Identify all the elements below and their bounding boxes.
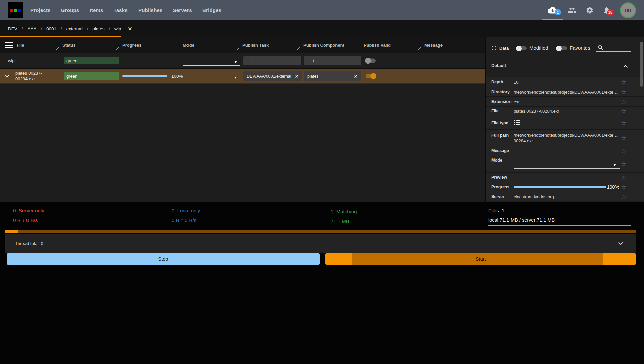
- col-header-publish-task[interactable]: Publish Task: [242, 43, 269, 48]
- app-root: Projects Groups Items Tasks Publishes Se…: [0, 0, 644, 364]
- status-chip: green: [64, 72, 119, 80]
- favorite-star-icon[interactable]: ☆: [621, 134, 627, 142]
- file-type-list-icon[interactable]: [514, 120, 520, 126]
- transfer-stats: 0: Server only 0 B↓0 B/s 0: Local only 0…: [0, 202, 644, 230]
- remove-component-icon[interactable]: ✕: [354, 73, 358, 79]
- row-file-name: plates.00237-00284.exr: [15, 70, 54, 82]
- col-header-message[interactable]: Message: [424, 43, 443, 48]
- logo-red-square: [10, 9, 13, 12]
- table-menu-icon[interactable]: [5, 42, 13, 48]
- collapse-section-icon[interactable]: [623, 63, 628, 69]
- menu-tasks[interactable]: Tasks: [114, 7, 128, 13]
- field-label: Full path: [491, 133, 509, 138]
- mode-select[interactable]: ▾: [183, 74, 240, 81]
- menu-items[interactable]: Items: [90, 7, 103, 13]
- thread-total-label: Thread total: 0: [15, 241, 43, 246]
- column-resize-handle[interactable]: [116, 46, 119, 52]
- notifications-button[interactable]: 15: [603, 0, 611, 20]
- column-resize-handle[interactable]: [357, 46, 361, 52]
- search-input[interactable]: [596, 44, 631, 52]
- field-value: exr: [514, 99, 520, 104]
- favorite-star-icon[interactable]: ☆: [621, 183, 627, 191]
- table-row-selected[interactable]: plates.00237-00284.exr green 100% ▾ DEV/…: [0, 69, 485, 84]
- user-avatar[interactable]: nn: [620, 2, 636, 18]
- favorite-star-icon[interactable]: ☆: [621, 119, 627, 127]
- breadcrumb-separator: /: [22, 26, 23, 31]
- publish-valid-toggle[interactable]: [366, 59, 376, 63]
- favorite-star-icon[interactable]: ☆: [621, 107, 627, 115]
- menu-projects[interactable]: Projects: [30, 7, 51, 13]
- field-label: Extension: [491, 99, 512, 104]
- overall-progress-bar: [5, 230, 636, 233]
- favorites-toggle[interactable]: [557, 46, 567, 50]
- mode-select[interactable]: ▾: [183, 58, 240, 66]
- column-resize-handle[interactable]: [235, 46, 239, 52]
- file-table: File Status Progress Mode Publish Task P…: [0, 37, 485, 202]
- breadcrumb-segment-dev[interactable]: DEV: [8, 26, 17, 31]
- field-value: /network/endtoendtest/projects/DEV/AAA/0…: [514, 132, 621, 144]
- menu-servers[interactable]: Servers: [173, 7, 192, 13]
- modified-toggle[interactable]: [517, 46, 527, 50]
- menu-bridges[interactable]: Bridges: [202, 7, 221, 13]
- chevron-down-icon: ▾: [235, 75, 237, 80]
- start-button[interactable]: Start: [325, 253, 636, 265]
- favorite-star-icon[interactable]: ☆: [621, 78, 627, 86]
- expand-accordion-icon[interactable]: [618, 240, 623, 246]
- favorite-star-icon[interactable]: ☆: [621, 88, 627, 96]
- status-chip: green: [64, 57, 119, 64]
- favorite-star-icon[interactable]: ☆: [621, 98, 627, 105]
- field-row-directory: Directory /network/endtoendtest/projects…: [486, 87, 644, 96]
- thread-total-accordion[interactable]: Thread total: 0: [5, 234, 636, 253]
- app-logo[interactable]: [8, 2, 23, 18]
- breadcrumb-segment-external[interactable]: external: [66, 26, 83, 31]
- menu-publishes[interactable]: Publishes: [138, 7, 163, 13]
- downloads-button[interactable]: 1: [547, 0, 558, 20]
- users-button[interactable]: [567, 0, 577, 20]
- stat-detail: local:71.1 MB / server:71.1 MB: [488, 215, 555, 225]
- row-expander-icon[interactable]: [5, 73, 9, 79]
- stop-button[interactable]: Stop: [7, 253, 320, 265]
- column-resize-handle[interactable]: [56, 46, 59, 52]
- stat-server-only: 0: Server only 0 B↓0 B/s: [13, 206, 44, 225]
- data-tab[interactable]: Data: [491, 45, 509, 51]
- info-icon: [491, 45, 497, 51]
- add-publish-component-button[interactable]: +: [304, 56, 361, 65]
- logo-blue-square: [18, 9, 21, 12]
- publish-task-chip[interactable]: DEV/AAA/0001/external ✕: [243, 71, 302, 81]
- field-label: Progress: [491, 185, 509, 189]
- favorite-star-icon[interactable]: ☆: [621, 147, 627, 154]
- panel-scrollbar[interactable]: [640, 42, 643, 87]
- breadcrumb-segment-0001[interactable]: 0001: [46, 26, 56, 31]
- menu-groups[interactable]: Groups: [61, 7, 79, 13]
- breadcrumb-segment-aaa[interactable]: AAA: [27, 26, 36, 31]
- breadcrumb-segment-plates[interactable]: plates: [92, 26, 104, 31]
- col-header-publish-component[interactable]: Publish Component: [303, 43, 344, 48]
- favorite-star-icon[interactable]: ☆: [621, 173, 627, 181]
- col-header-progress[interactable]: Progress: [122, 43, 141, 48]
- data-panel: Data Modified Favorites Default Depth 10…: [485, 37, 644, 202]
- col-header-publish-valid[interactable]: Publish Valid: [364, 43, 391, 48]
- remove-task-icon[interactable]: ✕: [294, 73, 299, 79]
- field-row-preview: Preview ☆: [486, 172, 644, 182]
- publish-component-chip[interactable]: plates ✕: [304, 71, 361, 81]
- close-tab-icon[interactable]: ✕: [128, 26, 132, 32]
- col-header-status[interactable]: Status: [62, 43, 76, 48]
- settings-button[interactable]: [586, 0, 594, 20]
- column-resize-handle[interactable]: [176, 46, 180, 52]
- favorite-star-icon[interactable]: ☆: [621, 160, 627, 168]
- add-publish-task-button[interactable]: +: [243, 56, 301, 65]
- field-row-message: Message ☆: [486, 146, 644, 155]
- table-row[interactable]: wip green ▾ + +: [0, 53, 485, 69]
- breadcrumb-segment-wip[interactable]: wip: [114, 26, 121, 31]
- publish-valid-toggle[interactable]: [366, 74, 376, 78]
- field-label: Server: [491, 194, 504, 199]
- column-resize-handle[interactable]: [297, 46, 300, 52]
- toggle-knob: [370, 73, 376, 79]
- favorite-star-icon[interactable]: ☆: [621, 193, 627, 201]
- col-header-file[interactable]: File: [17, 43, 24, 48]
- mode-select[interactable]: ▾: [514, 161, 620, 169]
- stat-local-only: 0: Local only 0 B↑0 B/s: [172, 206, 200, 225]
- field-row-full-path: Full path /network/endtoendtest/projects…: [486, 129, 644, 146]
- column-resize-handle[interactable]: [418, 46, 421, 52]
- col-header-mode[interactable]: Mode: [183, 43, 194, 48]
